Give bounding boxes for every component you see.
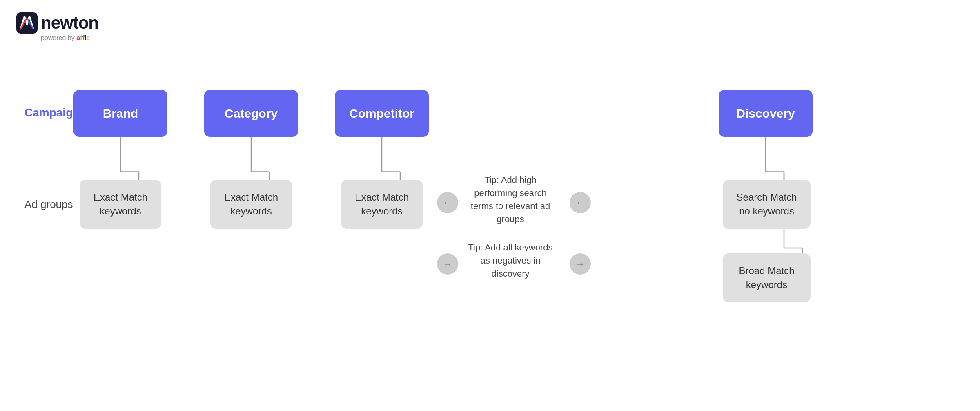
adgroup-competitor-exact: Exact Matchkeywords <box>341 180 423 229</box>
logo-powered: powered by affle <box>41 34 90 42</box>
campaign-brand: Brand <box>74 90 167 137</box>
adgroup-category-exact: Exact Matchkeywords <box>210 180 292 229</box>
campaign-discovery: Discovery <box>719 90 813 137</box>
adgroup-discovery-broad: Broad Matchkeywords <box>723 253 811 302</box>
adgroup-brand-exact: Exact Matchkeywords <box>80 180 161 229</box>
logo-area: newton powered by affle <box>16 12 98 42</box>
arrow-right-2: → <box>570 253 591 275</box>
newton-logo-icon <box>16 12 38 34</box>
campaign-competitor: Competitor <box>335 90 429 137</box>
adgroup-discovery-search: Search Matchno keywords <box>723 180 811 229</box>
arrow-left-1: ← <box>437 192 458 213</box>
adgroups-label: Ad groups <box>24 198 73 211</box>
logo-text: newton <box>41 13 98 33</box>
tip2-text: Tip: Add all keywords as negatives in di… <box>463 241 557 280</box>
diagram-container: Campaigns Ad groups Brand Category Compe… <box>24 65 956 386</box>
tip1-text: Tip: Add high performing search terms to… <box>463 174 557 226</box>
logo-main: newton <box>16 12 98 34</box>
arrow-right-1: → <box>437 253 458 275</box>
arrow-left-2: ← <box>570 192 591 213</box>
campaign-category: Category <box>204 90 298 137</box>
